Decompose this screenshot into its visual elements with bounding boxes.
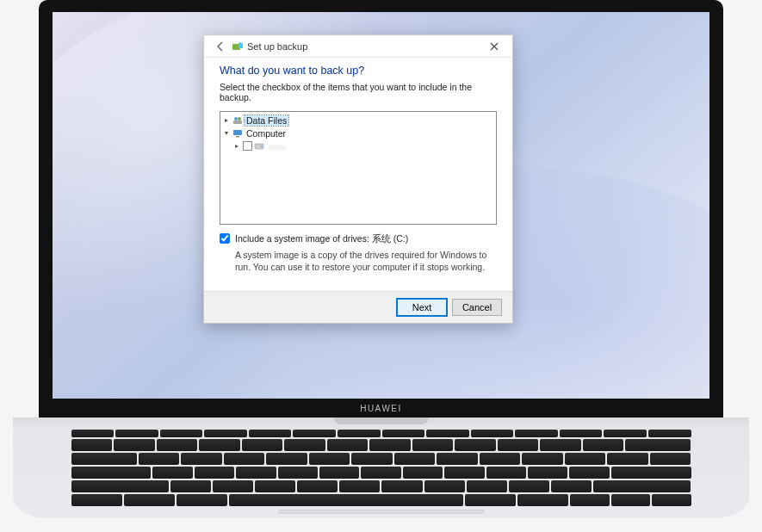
tree-node-drive[interactable]: ▸ —— [222,139,494,152]
backup-wizard-dialog: Set up backup What do you want to back u… [203,34,513,324]
dialog-title: Set up backup [247,41,307,52]
svg-rect-3 [233,121,242,124]
backup-items-tree[interactable]: ▸ Data Files ▾ Computer ▸ —— [220,111,497,225]
users-icon [232,115,243,126]
tree-node-computer[interactable]: ▾ Computer [222,127,494,139]
titlebar: Set up backup [204,35,512,58]
system-image-checkbox[interactable] [220,233,230,244]
laptop-brand-label: HUAWEI [360,404,402,413]
system-image-description: A system image is a copy of the drives r… [235,249,497,273]
laptop-base [13,418,749,518]
backup-icon [232,40,244,53]
svg-rect-4 [233,130,242,135]
next-button[interactable]: Next [397,299,447,316]
tree-label: Data Files [245,115,288,126]
cancel-button[interactable]: Cancel [452,299,502,316]
computer-icon [232,128,243,139]
tree-label-redacted: —— [266,141,288,152]
drive-checkbox[interactable] [243,141,252,151]
svg-rect-5 [236,136,239,138]
dialog-body: What do you want to back up? Select the … [204,58,512,291]
tree-label: Computer [245,128,288,139]
drive-icon [254,141,264,152]
svg-point-2 [238,117,241,121]
chevron-right-icon[interactable]: ▸ [222,116,231,124]
keyboard [71,430,691,506]
back-button[interactable] [213,39,228,54]
instruction-text: Select the checkbox of the items that yo… [220,82,497,102]
trackpad [278,510,485,514]
dialog-footer: Next Cancel [204,291,512,323]
page-heading: What do you want to back up? [220,65,497,77]
svg-point-7 [261,145,263,147]
system-image-option[interactable]: Include a system image of drives: 系统 (C:… [220,233,497,245]
svg-point-1 [234,117,238,121]
system-image-label: Include a system image of drives: 系统 (C:… [235,233,408,245]
close-button[interactable] [481,38,507,55]
laptop-hinge [334,418,429,424]
chevron-right-icon[interactable]: ▸ [232,142,241,150]
tree-node-data-files[interactable]: ▸ Data Files [222,114,494,127]
chevron-down-icon[interactable]: ▾ [222,129,231,137]
